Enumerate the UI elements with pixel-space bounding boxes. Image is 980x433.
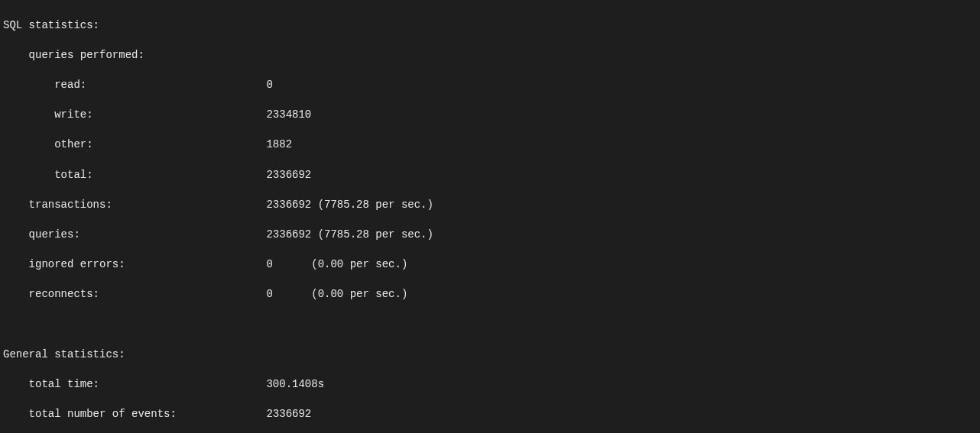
reconnects: reconnects: 0 (0.00 per sec.) xyxy=(3,287,980,302)
transactions: transactions: 2336692 (7785.28 per sec.) xyxy=(3,198,980,213)
queries-write: write: 2334810 xyxy=(3,108,980,123)
total-events: total number of events: 2336692 xyxy=(3,407,980,422)
queries-line: queries: 2336692 (7785.28 per sec.) xyxy=(3,228,980,243)
queries-total: total: 2336692 xyxy=(3,168,980,183)
total-time: total time: 300.1408s xyxy=(3,377,980,393)
ignored-errors: ignored errors: 0 (0.00 per sec.) xyxy=(3,257,980,273)
queries-read: read: 0 xyxy=(3,78,980,93)
queries-other: other: 1882 xyxy=(3,137,980,153)
terminal-output: SQL statistics: queries performed: read:… xyxy=(0,0,980,433)
general-stats-header: General statistics: xyxy=(3,347,980,363)
queries-performed-header: queries performed: xyxy=(3,48,980,63)
sql-stats-header: SQL statistics: xyxy=(3,18,980,34)
blank-line xyxy=(3,317,980,332)
